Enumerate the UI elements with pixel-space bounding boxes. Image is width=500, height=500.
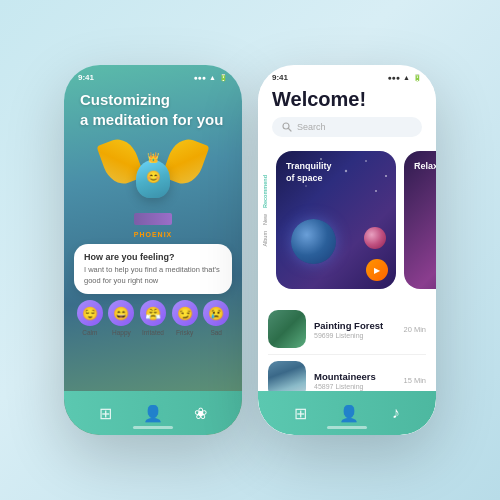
- list-info-2: Mountaineers 45897 Listening: [314, 371, 395, 390]
- emotion-irritated-label: Irritated: [142, 329, 164, 336]
- phone2-nav-music-icon[interactable]: ♪: [392, 404, 400, 422]
- card-1-play-button[interactable]: ▶: [366, 259, 388, 281]
- list-duration-1: 20 Min: [403, 325, 426, 334]
- phone2-wifi-icon: ▲: [403, 74, 410, 81]
- nav-meditate-icon[interactable]: ❀: [194, 404, 207, 423]
- thumb-forest: [268, 310, 306, 348]
- planet-1: [291, 219, 336, 264]
- welcome-title: Welcome!: [272, 88, 422, 111]
- list-duration-2: 15 Min: [403, 376, 426, 385]
- list-item-painting-forest[interactable]: Painting Forest 59699 Listening 20 Min: [268, 304, 426, 355]
- signal-icon: ●●●: [193, 74, 206, 81]
- phone2-nav-home-icon[interactable]: ⊞: [294, 404, 307, 423]
- list-info-1: Painting Forest 59699 Listening: [314, 320, 395, 339]
- emotion-sad-icon: 😢: [203, 300, 229, 326]
- search-bar[interactable]: Search: [272, 117, 422, 137]
- list-sub-2: 45897 Listening: [314, 383, 395, 390]
- battery-icon: 🔋: [219, 74, 228, 82]
- list-title-2: Mountaineers: [314, 371, 395, 382]
- nav-profile-icon[interactable]: 👤: [143, 404, 163, 423]
- chat-bubble: How are you feeling? I want to help you …: [74, 244, 232, 294]
- emotion-sad-label: Sad: [210, 329, 222, 336]
- mascot: 👑 😊: [113, 139, 193, 219]
- emotion-calm[interactable]: 😌 Calm: [77, 300, 103, 336]
- card-tranquility[interactable]: Tranquilityof space ▶: [276, 151, 396, 289]
- carousel-section: Recommend New Album: [258, 143, 436, 298]
- phone1-home-indicator: [133, 426, 173, 429]
- emotion-calm-icon: 😌: [77, 300, 103, 326]
- search-icon: [282, 122, 292, 132]
- search-placeholder: Search: [297, 122, 326, 132]
- phone2-battery-icon: 🔋: [413, 74, 422, 82]
- emotion-happy-label: Happy: [112, 329, 131, 336]
- phone1-title: Customizinga meditation for you: [80, 90, 226, 129]
- creature-body: 👑 😊: [136, 160, 170, 198]
- emotion-irritated-icon: 😤: [140, 300, 166, 326]
- card-bg-2: Relax & ... ▶: [404, 151, 436, 289]
- phone2-nav-profile-icon[interactable]: 👤: [339, 404, 359, 423]
- card-relax[interactable]: Relax & ... ▶: [404, 151, 436, 289]
- phone2-status-icons: ●●● ▲ 🔋: [387, 74, 422, 82]
- wifi-icon: ▲: [209, 74, 216, 81]
- phone2-time: 9:41: [272, 73, 288, 82]
- emotion-irritated[interactable]: 😤 Irritated: [140, 300, 166, 336]
- svg-point-3: [320, 158, 322, 160]
- emotion-frisky-icon: 😏: [172, 300, 198, 326]
- svg-point-7: [305, 185, 306, 186]
- phone2-home-indicator: [327, 426, 367, 429]
- tab-album[interactable]: Album: [260, 229, 270, 249]
- phone2-signal-icon: ●●●: [387, 74, 400, 81]
- book: [134, 213, 172, 225]
- nav-home-icon[interactable]: ⊞: [99, 404, 112, 423]
- emotion-sad[interactable]: 😢 Sad: [203, 300, 229, 336]
- tab-new[interactable]: New: [260, 212, 270, 227]
- phone1-header: Customizinga meditation for you: [64, 86, 242, 129]
- cards-row: Tranquilityof space ▶: [258, 143, 436, 298]
- svg-line-1: [289, 129, 292, 132]
- phone-2: 9:41 ●●● ▲ 🔋 Welcome! Search: [258, 65, 436, 435]
- crown-icon: 👑: [147, 152, 159, 163]
- chat-question: How are you feeling?: [84, 252, 222, 262]
- emotion-happy-icon: 😄: [108, 300, 134, 326]
- card-1-title: Tranquilityof space: [286, 161, 386, 184]
- phone-1: 9:41 ●●● ▲ 🔋 Customizinga meditation for…: [64, 65, 242, 435]
- creature-face: 😊: [146, 170, 161, 184]
- phone1-status-icons: ●●● ▲ 🔋: [193, 74, 228, 82]
- planet-2: [364, 227, 386, 249]
- phone2-content: 9:41 ●●● ▲ 🔋 Welcome! Search: [258, 65, 436, 435]
- phone1-time: 9:41: [78, 73, 94, 82]
- svg-point-8: [375, 190, 377, 192]
- list-title-1: Painting Forest: [314, 320, 395, 331]
- chat-text: I want to help you find a meditation tha…: [84, 265, 222, 286]
- card-bg-1: Tranquilityof space ▶: [276, 151, 396, 289]
- emotion-happy[interactable]: 😄 Happy: [108, 300, 134, 336]
- emotion-frisky[interactable]: 😏 Frisky: [172, 300, 198, 336]
- tab-recommend[interactable]: Recommend: [260, 173, 270, 210]
- list-sub-1: 59699 Listening: [314, 332, 395, 339]
- phone2-header: Welcome! Search: [258, 86, 436, 143]
- phone1-status-bar: 9:41 ●●● ▲ 🔋: [64, 65, 242, 86]
- emotion-row: 😌 Calm 😄 Happy 😤 Irritated 😏 Frisky 😢 Sa…: [64, 300, 242, 336]
- phones-container: 9:41 ●●● ▲ 🔋 Customizinga meditation for…: [64, 65, 436, 435]
- tabs-vertical: Recommend New Album: [260, 173, 270, 249]
- emotion-frisky-label: Frisky: [176, 329, 193, 336]
- phoenix-label: PHOENIX: [64, 231, 242, 238]
- emotion-calm-label: Calm: [82, 329, 97, 336]
- card-2-title: Relax & ...: [414, 161, 436, 173]
- mascot-area: 👑 😊: [64, 129, 242, 229]
- phone2-status-bar: 9:41 ●●● ▲ 🔋: [258, 65, 436, 86]
